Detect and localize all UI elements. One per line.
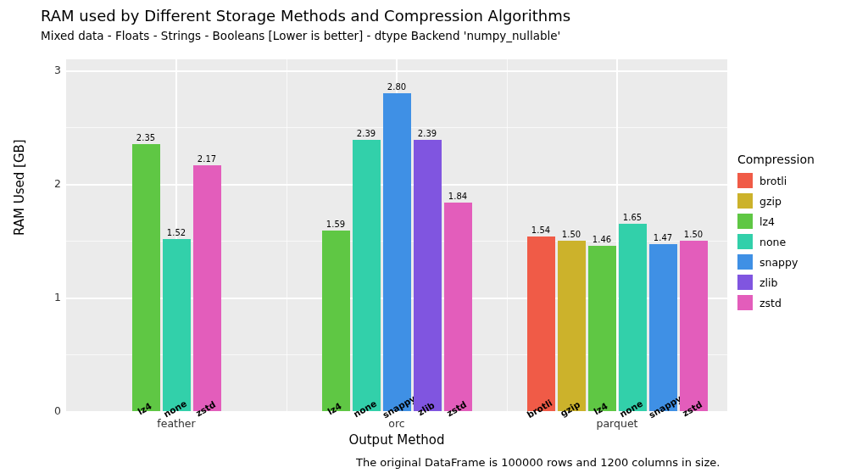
y-tick-label: 0	[54, 404, 61, 417]
legend: Compression brotligziplz4nonesnappyzlibz…	[737, 153, 815, 315]
bar-value-label: 2.35	[129, 133, 163, 142]
bar-value-label: 1.84	[441, 192, 475, 201]
bar-feather-lz4	[132, 144, 160, 411]
bar-value-label: 1.47	[646, 233, 680, 242]
legend-label: none	[760, 236, 786, 248]
legend-label: brotli	[760, 175, 787, 187]
bar-parquet-brotli	[527, 236, 555, 411]
legend-item-snappy: snappy	[737, 254, 815, 270]
legend-label: snappy	[760, 256, 798, 269]
chart-caption: The original DataFrame is 100000 rows an…	[356, 456, 720, 469]
chart-title: RAM used by Different Storage Methods an…	[41, 7, 570, 25]
legend-swatch	[737, 173, 753, 188]
bar-orc-zstd	[444, 203, 472, 411]
bar-parquet-lz4	[588, 246, 616, 411]
bar-feather-none	[163, 239, 191, 411]
y-tick-label: 2	[54, 177, 61, 190]
group-label: orc	[287, 417, 507, 430]
legend-swatch	[737, 193, 753, 209]
bar-orc-snappy	[383, 93, 411, 411]
bar-value-label: 2.80	[380, 82, 414, 92]
bar-value-label: 1.54	[524, 225, 558, 235]
bar-value-label: 1.46	[585, 235, 619, 244]
bar-value-label: 2.39	[410, 129, 444, 138]
bar-value-label: 1.65	[615, 213, 649, 222]
group-label: feather	[66, 417, 287, 430]
gridline-x-minor	[287, 59, 287, 411]
bar-parquet-none	[619, 224, 647, 411]
y-axis-label: RAM Used [GB]	[12, 139, 27, 236]
chart-subtitle: Mixed data - Floats - Strings - Booleans…	[41, 29, 560, 42]
bar-value-label: 1.50	[554, 230, 588, 239]
bar-value-label: 2.17	[190, 154, 224, 164]
legend-swatch	[737, 214, 753, 229]
bar-orc-lz4	[322, 231, 350, 411]
bar-value-label: 1.59	[319, 220, 353, 229]
bar-orc-none	[353, 140, 381, 411]
legend-item-zlib: zlib	[737, 275, 815, 290]
bar-parquet-zstd	[680, 241, 708, 411]
legend-swatch	[737, 254, 753, 270]
legend-item-zstd: zstd	[737, 295, 815, 310]
legend-label: zstd	[760, 297, 782, 309]
group-label: parquet	[507, 417, 727, 430]
bar-feather-zstd	[193, 165, 221, 412]
legend-item-none: none	[737, 234, 815, 249]
legend-item-brotli: brotli	[737, 173, 815, 188]
gridline-x-minor	[507, 59, 508, 411]
y-tick-label: 1	[54, 291, 61, 303]
bar-parquet-gzip	[558, 241, 586, 411]
bar-value-label: 1.52	[159, 228, 193, 237]
legend-swatch	[737, 234, 753, 249]
legend-label: lz4	[760, 215, 775, 228]
bar-parquet-snappy	[649, 244, 677, 411]
y-tick-label: 3	[54, 64, 61, 76]
legend-title: Compression	[737, 153, 815, 166]
chart-container: RAM used by Different Storage Methods an…	[0, 0, 868, 473]
legend-swatch	[737, 295, 753, 310]
legend-label: gzip	[760, 195, 782, 208]
bar-orc-zlib	[414, 140, 442, 411]
legend-swatch	[737, 275, 753, 290]
bar-value-label: 1.50	[676, 230, 710, 239]
legend-label: zlib	[760, 276, 777, 289]
legend-item-gzip: gzip	[737, 193, 815, 209]
legend-item-lz4: lz4	[737, 214, 815, 229]
x-axis-label: Output Method	[66, 432, 727, 448]
bar-value-label: 2.39	[349, 129, 383, 138]
